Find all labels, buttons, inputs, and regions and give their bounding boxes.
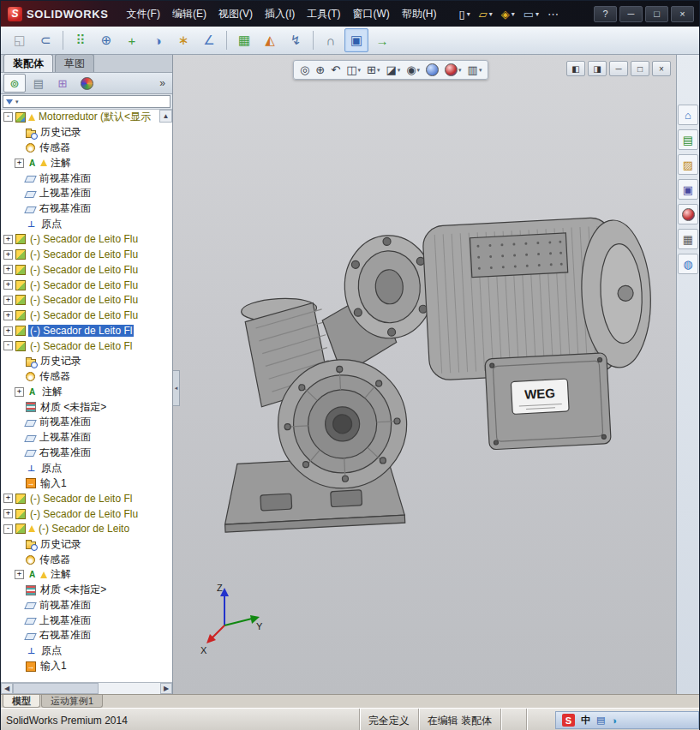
file-explorer-tab[interactable]: ▨ — [678, 154, 698, 175]
tree-item[interactable]: 传感器 — [1, 369, 172, 385]
tab-sketch[interactable]: 草图 — [55, 54, 94, 72]
assembly-features-button[interactable]: ∗ — [171, 28, 195, 52]
tree-item[interactable]: 传感器 — [1, 552, 172, 567]
tree-item[interactable]: +(-) Secador de Leito Fl — [1, 491, 172, 506]
doc-close-button[interactable]: × — [652, 61, 671, 76]
tree-item[interactable]: 右视基准面 — [1, 628, 172, 643]
scrollbar-thumb[interactable] — [13, 683, 99, 694]
propertymanager-tab[interactable]: ▤ — [27, 74, 50, 93]
smart-fasteners-button[interactable]: ⊕ — [94, 28, 118, 52]
tree-item[interactable]: -Motorredutor (默认<显示 — [1, 110, 172, 125]
tree-item[interactable]: 上视基准面 — [1, 186, 172, 201]
edit-appearance-button[interactable] — [423, 62, 441, 78]
hide-show-items-button[interactable]: ◉▾ — [404, 62, 422, 78]
menu-item[interactable]: 插入(I) — [259, 3, 301, 25]
design-library-tab[interactable]: ▤ — [678, 129, 698, 150]
print-button[interactable]: ▭▾ — [521, 6, 541, 22]
tree-item[interactable]: +(-) Secador de Leito Flu — [1, 231, 172, 247]
instant3d-button[interactable]: → — [370, 28, 394, 52]
panel-splitter-handle[interactable]: ◂ — [173, 370, 180, 406]
taskbar-tray-icon[interactable]: ◑ — [611, 715, 617, 726]
section-view-button[interactable]: ◫▾ — [344, 62, 363, 78]
configurationmanager-tab[interactable]: ⊞ — [51, 74, 74, 93]
view-orientation-button[interactable]: ⊞▾ — [364, 62, 382, 78]
tree-item[interactable]: 历史记录 — [1, 354, 172, 369]
explode-line-sketch-button[interactable]: ↯ — [284, 28, 308, 52]
forum-tab[interactable]: ◍ — [678, 254, 698, 274]
ime-app-icon[interactable]: S — [562, 714, 575, 727]
tree-item[interactable]: 前视基准面 — [1, 598, 172, 613]
tree-expander-icon[interactable]: + — [3, 280, 13, 290]
tree-expander-icon[interactable]: + — [3, 296, 13, 305]
zoom-area-button[interactable]: ⊕ — [313, 62, 327, 78]
view-settings-button[interactable]: ▥▾ — [465, 62, 485, 78]
tab-motion-study-1[interactable]: 运动算例1 — [41, 695, 103, 708]
menu-item[interactable]: 工具(T) — [301, 3, 346, 25]
tree-expander-icon[interactable]: + — [3, 235, 13, 244]
gearmotor-model[interactable]: WEG — [197, 156, 676, 559]
toolbar-overflow-button[interactable]: ⋯ — [545, 6, 561, 22]
orientation-triad[interactable]: Z Y X — [199, 581, 271, 656]
help-button[interactable]: ? — [594, 6, 617, 22]
minimize-button[interactable]: ─ — [619, 6, 643, 22]
tree-expander-icon[interactable]: + — [3, 494, 13, 503]
tree-item[interactable]: 输入1 — [1, 659, 172, 674]
tree-expander-icon[interactable]: + — [3, 509, 13, 518]
doc-restore-button[interactable]: □ — [631, 61, 649, 76]
tree-item[interactable]: 历史记录 — [1, 536, 172, 552]
mate-button[interactable]: ⊂ — [33, 28, 57, 52]
tree-expander-icon[interactable]: - — [3, 524, 13, 534]
new-file-button[interactable]: ▯▾ — [457, 6, 473, 22]
tree-item[interactable]: +(-) Secador de Leito Flu — [1, 308, 172, 323]
menu-item[interactable]: 编辑(E) — [166, 3, 212, 25]
custom-properties-tab[interactable]: ▦ — [678, 229, 698, 249]
featuremanager-tab[interactable]: ⊚ — [3, 74, 26, 93]
tree-expander-icon[interactable]: - — [3, 341, 13, 350]
previous-view-button[interactable]: ↶ — [328, 62, 343, 78]
tree-item[interactable]: 原点 — [1, 217, 172, 232]
maximize-button[interactable]: □ — [645, 6, 668, 22]
tree-item[interactable]: 原点 — [1, 460, 172, 476]
close-button[interactable]: × — [671, 6, 694, 22]
menu-item[interactable]: 窗口(W) — [347, 3, 396, 25]
tree-item[interactable]: +注解 — [1, 384, 172, 399]
tree-item[interactable]: 历史记录 — [1, 125, 172, 141]
insert-components-button[interactable]: ◱ — [8, 28, 32, 52]
display-style-button[interactable]: ◪▾ — [383, 62, 403, 78]
apply-scene-button[interactable]: ▾ — [442, 62, 464, 78]
tree-expander-icon[interactable]: + — [15, 159, 24, 168]
taskbar-keyboard-icon[interactable]: ▤ — [596, 715, 605, 726]
large-assembly-mode-button[interactable]: ▣ — [344, 28, 368, 52]
bill-of-materials-button[interactable]: ▦ — [232, 28, 256, 52]
tree-item[interactable]: -(-) Secador de Leito — [1, 522, 172, 537]
solidworks-resources-tab[interactable]: ⌂ — [678, 105, 698, 125]
tree-item[interactable]: 前视基准面 — [1, 415, 172, 430]
tree-item[interactable]: 上视基准面 — [1, 613, 172, 628]
interference-detection-button[interactable]: ∩ — [319, 28, 343, 52]
view-palette-tab[interactable]: ▣ — [678, 179, 698, 200]
tree-item[interactable]: +(-) Secador de Leito Fl — [1, 323, 172, 338]
tree-expander-icon[interactable]: - — [3, 112, 13, 122]
tree-item[interactable]: 右视基准面 — [1, 446, 172, 461]
scroll-right-button[interactable]: ▶ — [160, 683, 172, 694]
tree-item[interactable]: 前视基准面 — [1, 171, 172, 186]
graphics-area[interactable]: WEG ◎⊕↶◫▾⊞▾◪▾◉▾▾▥▾ ◧◨─□× ◂ — [173, 55, 676, 694]
linear-component-pattern-button[interactable]: ⠿ — [69, 28, 93, 52]
tab-assembly[interactable]: 装配体 — [3, 54, 53, 72]
tree-item[interactable]: +(-) Secador de Leito Flu — [1, 293, 172, 308]
appearances-scenes-tab[interactable] — [678, 204, 698, 224]
tree-item[interactable]: +(-) Secador de Leito Flu — [1, 262, 172, 278]
tree-expander-icon[interactable]: + — [15, 570, 24, 579]
tree-item[interactable]: +注解 — [1, 567, 172, 583]
displaymanager-tab[interactable] — [75, 74, 98, 93]
ime-language-indicator[interactable]: 中 — [581, 714, 590, 727]
tree-item[interactable]: 材质 <未指定> — [1, 583, 172, 598]
tree-item[interactable]: 输入1 — [1, 476, 172, 491]
tree-expander-icon[interactable]: + — [15, 387, 24, 397]
terminal-box[interactable]: WEG — [485, 353, 611, 450]
tree-item[interactable]: 右视基准面 — [1, 201, 172, 217]
menu-item[interactable]: 帮助(H) — [396, 3, 443, 25]
tree-item[interactable]: +(-) Secador de Leito Flu — [1, 278, 172, 293]
tree-item[interactable]: +注解 — [1, 155, 172, 171]
open-file-button[interactable]: ▱▾ — [476, 6, 495, 22]
